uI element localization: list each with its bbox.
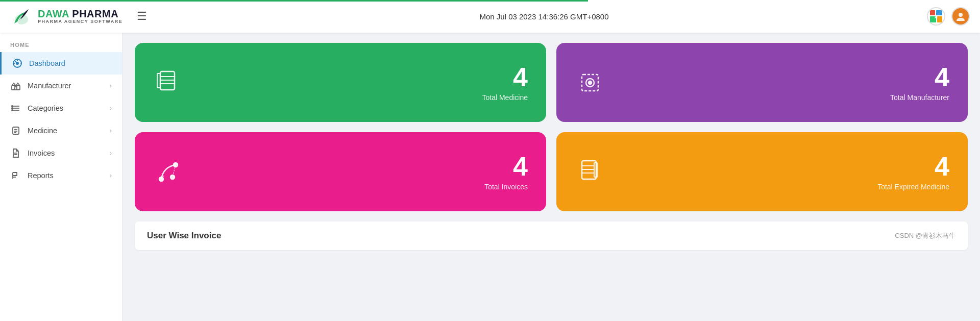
stat-card-total-invoices: 4 Total Invoices <box>135 132 546 211</box>
attribution-text: CSDN @青衫木马牛 <box>895 231 955 240</box>
stat-card-total-medicine: 4 Total Medicine <box>135 43 546 122</box>
sidebar-item-medicine[interactable]: Medicine › <box>0 119 122 142</box>
dashboard-icon <box>12 58 23 68</box>
stat-label-expired: Total Expired Medicine <box>877 183 949 191</box>
chevron-right-icon: › <box>110 172 112 179</box>
bezier-icon <box>153 157 184 187</box>
logo-text: DAWA PHARMA PHARMA AGENCY SOFTWARE <box>38 8 122 24</box>
logo-icon <box>10 5 33 28</box>
avatar-icon <box>955 11 966 22</box>
stat-number-manufacturer: 4 <box>890 64 949 90</box>
logo: DAWA PHARMA PHARMA AGENCY SOFTWARE <box>10 5 133 28</box>
svg-rect-10 <box>15 87 17 90</box>
translate-icon: A <box>929 9 943 23</box>
stat-info-invoices: 4 Total Invoices <box>484 153 528 191</box>
sidebar-item-reports[interactable]: Reports › <box>0 164 122 187</box>
datetime-display: Mon Jul 03 2023 14:36:26 GMT+0800 <box>161 12 927 21</box>
invoices-icon <box>10 148 21 158</box>
stat-card-total-manufacturer: 4 Total Manufacturer <box>556 43 968 122</box>
hamburger-button[interactable]: ☰ <box>133 8 151 25</box>
language-button[interactable]: A <box>927 7 945 26</box>
logo-subtitle: PHARMA AGENCY SOFTWARE <box>38 19 122 24</box>
svg-point-14 <box>12 106 13 107</box>
svg-point-6 <box>959 13 963 17</box>
stat-info-expired: 4 Total Expired Medicine <box>877 153 949 191</box>
sidebar-item-reports-label: Reports <box>28 171 54 180</box>
stats-grid: 4 Total Medicine 4 Total Manufacturer <box>135 43 968 211</box>
user-wise-invoice-title: User Wise Invoice <box>147 231 221 241</box>
sidebar-section-home: HOME <box>0 33 122 52</box>
svg-point-8 <box>16 62 18 64</box>
layout: HOME Dashboard Manu <box>0 33 980 321</box>
svg-rect-24 <box>157 73 160 88</box>
categories-icon <box>10 103 21 113</box>
sidebar-item-invoices[interactable]: Invoices › <box>0 142 122 164</box>
sidebar-item-invoices-label: Invoices <box>28 149 55 157</box>
sidebar: HOME Dashboard Manu <box>0 33 122 321</box>
stat-label-manufacturer: Total Manufacturer <box>890 93 949 102</box>
main-content: 4 Total Medicine 4 Total Manufacturer <box>122 33 980 321</box>
header-actions: A <box>927 7 970 26</box>
svg-point-15 <box>12 108 13 109</box>
sidebar-item-medicine-label: Medicine <box>28 127 57 135</box>
stat-card-total-expired: 4 Total Expired Medicine <box>556 132 968 211</box>
svg-text:A: A <box>935 15 938 19</box>
stat-number-expired: 4 <box>877 153 949 180</box>
logo-title: DAWA PHARMA <box>38 8 122 19</box>
progress-bar <box>0 0 588 2</box>
stat-label-invoices: Total Invoices <box>484 183 528 191</box>
reports-icon <box>10 170 21 181</box>
user-avatar[interactable] <box>951 7 970 26</box>
gear-dashed-icon <box>575 67 605 98</box>
medicine-icon <box>10 126 21 136</box>
bottom-section: User Wise Invoice CSDN @青衫木马牛 <box>135 221 968 250</box>
sidebar-item-manufacturer-label: Manufacturer <box>28 82 71 90</box>
header: DAWA PHARMA PHARMA AGENCY SOFTWARE ☰ Mon… <box>0 0 980 33</box>
stat-number-medicine: 4 <box>482 64 528 90</box>
manufacturer-icon <box>10 81 21 91</box>
svg-point-16 <box>12 110 13 111</box>
chevron-right-icon: › <box>110 127 112 134</box>
notebook-alt-icon <box>575 157 605 187</box>
chevron-right-icon: › <box>110 105 112 112</box>
sidebar-item-dashboard[interactable]: Dashboard <box>0 52 122 75</box>
sidebar-item-manufacturer[interactable]: Manufacturer › <box>0 75 122 97</box>
stat-number-invoices: 4 <box>484 153 528 180</box>
chevron-right-icon: › <box>110 82 112 89</box>
stat-info-manufacturer: 4 Total Manufacturer <box>890 64 949 102</box>
sidebar-item-categories[interactable]: Categories › <box>0 97 122 119</box>
stat-info-medicine: 4 Total Medicine <box>482 64 528 102</box>
chevron-right-icon: › <box>110 150 112 157</box>
sidebar-item-dashboard-label: Dashboard <box>29 59 65 67</box>
svg-point-30 <box>589 81 592 84</box>
sidebar-item-categories-label: Categories <box>28 104 63 112</box>
notebook-icon <box>153 67 184 98</box>
svg-rect-4 <box>937 16 942 22</box>
stat-label-medicine: Total Medicine <box>482 93 528 102</box>
